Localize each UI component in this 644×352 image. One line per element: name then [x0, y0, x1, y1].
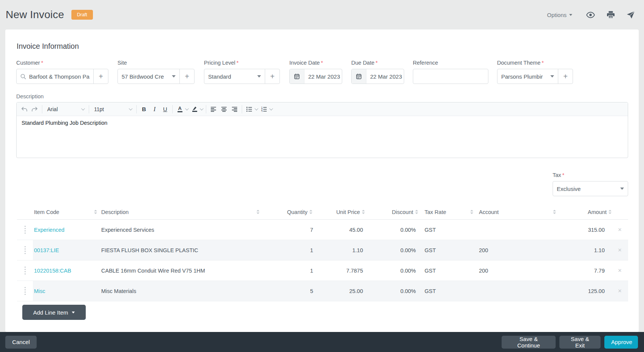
item-description-cell[interactable]: Misc Materials [99, 281, 262, 301]
numbered-list-icon[interactable]: 123 [259, 104, 269, 115]
account-cell[interactable] [475, 281, 558, 301]
drag-handle-icon[interactable] [17, 240, 33, 260]
sort-icon[interactable] [309, 210, 312, 214]
header-description[interactable]: Description [99, 205, 262, 219]
sort-icon[interactable] [362, 210, 365, 214]
sort-icon[interactable] [470, 210, 473, 214]
item-description-cell[interactable]: Experienced Services [99, 220, 262, 240]
tax-rate-cell[interactable]: GST [420, 261, 475, 281]
add-site-button[interactable]: + [179, 69, 194, 84]
discount-cell[interactable]: 0.00% [366, 220, 420, 240]
tax-rate-cell[interactable]: GST [420, 220, 475, 240]
add-customer-button[interactable]: + [93, 69, 108, 84]
chevron-down-icon [569, 14, 572, 16]
sort-icon[interactable] [94, 210, 97, 214]
site-select[interactable]: 57 Birdwood Cre [118, 69, 179, 84]
discount-cell[interactable]: 0.00% [366, 240, 420, 260]
bullet-list-icon[interactable] [244, 104, 255, 115]
font-family-dropdown[interactable]: Arial [44, 104, 87, 115]
tax-select[interactable]: Exclusive [553, 181, 628, 196]
sort-icon[interactable] [256, 210, 259, 214]
save-and-continue-button[interactable]: Save & Continue [502, 336, 556, 349]
add-line-item-button[interactable]: Add Line Item [22, 305, 86, 320]
delete-row-icon[interactable]: ✕ [618, 247, 622, 253]
header-quantity[interactable]: Quantity [262, 205, 315, 219]
align-right-icon[interactable] [229, 104, 240, 115]
chevron-down-icon[interactable] [185, 107, 189, 110]
customer-value[interactable] [29, 73, 90, 80]
discount-cell[interactable]: 0.00% [366, 261, 420, 281]
chevron-down-icon[interactable] [255, 107, 258, 110]
text-color-button[interactable]: A [175, 104, 185, 115]
preview-eye-icon[interactable] [586, 12, 595, 18]
italic-button[interactable]: I [149, 104, 160, 115]
header-tax-rate[interactable]: Tax Rate [420, 205, 475, 219]
description-editor-content[interactable]: Standard Plumbing Job Description [17, 116, 628, 130]
delete-row-icon[interactable]: ✕ [618, 227, 622, 233]
options-dropdown[interactable]: Options [547, 12, 572, 18]
tax-rate-cell[interactable]: GST [420, 240, 475, 260]
sort-icon[interactable] [415, 210, 418, 214]
unit-price-cell[interactable]: 1.10 [315, 240, 366, 260]
due-date-picker[interactable]: 22 Mar 2023 [351, 69, 404, 84]
item-code-link[interactable]: 00137:LIE [34, 247, 59, 253]
item-code-link[interactable]: Misc [34, 288, 45, 294]
cancel-button[interactable]: Cancel [5, 336, 37, 349]
delete-row-icon[interactable]: ✕ [618, 268, 622, 273]
header-item-code[interactable]: Item Code [33, 205, 99, 219]
quantity-cell[interactable]: 5 [262, 281, 315, 301]
account-cell[interactable]: 200 [475, 261, 558, 281]
add-document-theme-button[interactable]: + [558, 69, 573, 84]
pricing-level-select[interactable]: Standard [204, 69, 265, 84]
sort-icon[interactable] [608, 210, 612, 214]
add-pricing-level-button[interactable]: + [265, 69, 280, 84]
document-theme-select[interactable]: Parsons Plumbir [497, 69, 558, 84]
line-items-table: Item Code Description Quantity Unit Pric… [17, 205, 628, 301]
delete-row-icon[interactable]: ✕ [618, 288, 622, 294]
underline-button[interactable]: U [160, 104, 170, 115]
unit-price-cell[interactable]: 25.00 [315, 281, 366, 301]
send-icon[interactable] [627, 11, 635, 19]
drag-handle-icon[interactable] [17, 281, 33, 301]
invoice-date-picker[interactable]: 22 Mar 2023 [289, 69, 342, 84]
unit-price-cell[interactable]: 7.7875 [315, 261, 366, 281]
account-cell[interactable] [475, 220, 558, 240]
align-left-icon[interactable] [208, 104, 219, 115]
reference-field: Reference [413, 60, 488, 84]
header-discount[interactable]: Discount [366, 205, 420, 219]
item-description-cell[interactable]: FIESTA FLUSH BOX SINGLE PLASTIC [99, 240, 262, 260]
invoice-card: Invoice Information Customer* + Site 57 … [5, 29, 639, 332]
bold-button[interactable]: B [139, 104, 149, 115]
page-title: New Invoice [6, 9, 64, 21]
quantity-cell[interactable]: 7 [262, 220, 315, 240]
header-amount[interactable]: Amount [558, 205, 612, 219]
tax-rate-cell[interactable]: GST [420, 281, 475, 301]
chevron-down-icon[interactable] [200, 107, 204, 110]
header-account[interactable]: Account [475, 205, 558, 219]
print-icon[interactable] [607, 11, 615, 19]
item-code-link[interactable]: Experienced [34, 227, 65, 233]
item-description-cell[interactable]: CABLE 16mm Conduit Wire Red V75 1HM [99, 261, 262, 281]
highlight-color-button[interactable] [189, 104, 200, 115]
undo-icon[interactable] [19, 104, 29, 115]
invoice-date-value: 22 Mar 2023 [308, 73, 340, 80]
customer-input[interactable] [17, 69, 93, 84]
redo-icon[interactable] [29, 104, 40, 115]
quantity-cell[interactable]: 1 [262, 240, 315, 260]
drag-handle-icon[interactable] [17, 220, 33, 240]
item-code-link[interactable]: 10220158:CAB [34, 268, 71, 274]
font-size-dropdown[interactable]: 11pt [91, 104, 134, 115]
due-date-field: Due Date* 22 Mar 2023 [351, 60, 404, 84]
drag-handle-icon[interactable] [17, 261, 33, 281]
approve-button[interactable]: Approve [604, 336, 638, 349]
discount-cell[interactable]: 0.00% [366, 281, 420, 301]
save-and-exit-button[interactable]: Save & Exit [559, 336, 601, 349]
header-unit-price[interactable]: Unit Price [315, 205, 366, 219]
account-cell[interactable]: 200 [475, 240, 558, 260]
unit-price-cell[interactable]: 45.00 [315, 220, 366, 240]
chevron-down-icon[interactable] [269, 107, 273, 110]
align-center-icon[interactable] [219, 104, 229, 115]
reference-input[interactable] [417, 73, 484, 80]
sort-icon[interactable] [553, 210, 556, 214]
quantity-cell[interactable]: 1 [262, 261, 315, 281]
